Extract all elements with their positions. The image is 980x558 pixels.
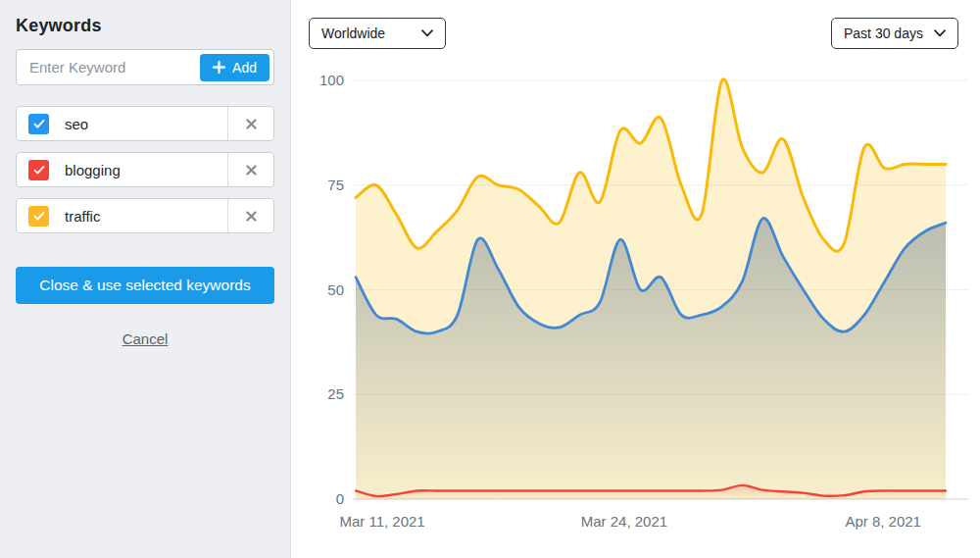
region-select[interactable]: Worldwide <box>309 18 446 49</box>
keyword-label: traffic <box>65 208 100 225</box>
keyword-label: blogging <box>65 162 121 178</box>
plus-icon <box>213 61 225 74</box>
keyword-item: traffic <box>16 198 274 233</box>
keyword-checkbox[interactable] <box>28 160 49 180</box>
x-icon <box>245 118 258 130</box>
checkmark-icon <box>32 117 46 130</box>
x-tick-label: Mar 24, 2021 <box>581 513 667 530</box>
x-tick-label: Apr 8, 2021 <box>845 513 921 530</box>
keyword-item: blogging <box>16 152 274 187</box>
keyword-item: seo <box>16 106 274 141</box>
keyword-input-row: Add <box>16 49 274 85</box>
y-tick-label: 0 <box>336 490 344 507</box>
chevron-down-icon <box>934 29 946 37</box>
y-tick-label: 25 <box>327 385 344 402</box>
chevron-down-icon <box>421 29 433 37</box>
region-select-label: Worldwide <box>321 25 385 41</box>
keyword-checkbox[interactable] <box>28 206 49 227</box>
x-icon <box>245 164 258 177</box>
checkmark-icon <box>32 209 46 223</box>
keyword-trends-app: Keywords Add seo <box>0 0 980 558</box>
remove-keyword-button[interactable] <box>227 107 273 140</box>
y-tick-label: 75 <box>327 177 344 193</box>
add-button-label: Add <box>232 60 257 76</box>
x-icon <box>245 210 258 223</box>
add-keyword-button[interactable]: Add <box>200 54 270 81</box>
sidebar: Keywords Add seo <box>0 0 291 558</box>
time-range-select-label: Past 30 days <box>844 25 923 41</box>
trend-chart: 0255075100Mar 11, 2021Mar 24, 2021Apr 8,… <box>292 0 980 558</box>
sidebar-title: Keywords <box>16 16 274 36</box>
y-tick-label: 100 <box>319 72 344 88</box>
remove-keyword-button[interactable] <box>227 153 273 186</box>
remove-keyword-button[interactable] <box>227 199 273 232</box>
keyword-list: seo blogging traffic <box>16 106 274 233</box>
main-panel: 0255075100Mar 11, 2021Mar 24, 2021Apr 8,… <box>292 0 980 558</box>
close-use-keywords-button[interactable]: Close & use selected keywords <box>16 267 274 304</box>
x-tick-label: Mar 11, 2021 <box>339 513 424 530</box>
y-tick-label: 50 <box>327 281 344 298</box>
time-range-select[interactable]: Past 30 days <box>831 18 958 49</box>
keyword-label: seo <box>65 116 88 132</box>
keyword-checkbox[interactable] <box>28 114 49 134</box>
checkmark-icon <box>32 163 46 177</box>
cancel-link[interactable]: Cancel <box>16 330 274 347</box>
